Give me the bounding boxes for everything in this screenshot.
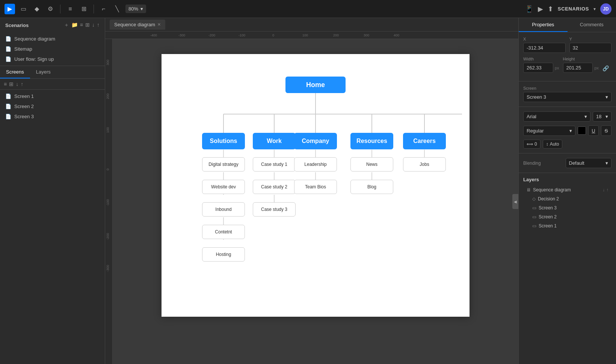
blending-dropdown[interactable]: Default ▾ (566, 158, 612, 168)
tab-screens[interactable]: Screens (0, 66, 30, 78)
props-x-group: X (523, 37, 566, 53)
screen-list: 📄 Screen 1 📄 Screen 2 📄 Screen 3 (0, 90, 105, 364)
add-icon[interactable]: ＋ (64, 22, 69, 29)
layer-item-screen3[interactable]: ▭ Screen 3 (523, 203, 611, 212)
file-icon-userflow: 📄 (5, 56, 11, 62)
props-x-input[interactable] (523, 43, 566, 53)
screen-icon-2: 📄 (5, 104, 11, 109)
screen-item-1[interactable]: 📄 Screen 1 (0, 91, 105, 101)
props-font-chevron: ▾ (584, 114, 587, 119)
props-screen-chevron: ▾ (605, 94, 608, 100)
screen-item-3[interactable]: 📄 Screen 3 (0, 111, 105, 122)
close-tab-icon[interactable]: ✕ (157, 22, 161, 27)
blending-label: Blending (523, 161, 563, 166)
props-screen-section: Screen Screen 3 ▾ (519, 81, 616, 107)
svg-text:300: 300 (106, 60, 110, 65)
svg-text:-400: -400 (150, 33, 157, 37)
node-resources: Resources (350, 133, 393, 149)
grid-icon[interactable]: ⊞ (85, 22, 90, 29)
props-w-label: Width (523, 57, 559, 61)
props-font-label: Arial (527, 114, 536, 119)
props-font-select[interactable]: Arial ▾ (523, 111, 590, 122)
blending-row: Blending Default ▾ (523, 158, 611, 168)
zoom-control[interactable]: 80% ▾ (125, 5, 146, 13)
node-hosting-label: Hosting (216, 252, 231, 257)
props-screen-dropdown[interactable]: Screen 3 ▾ (523, 92, 611, 102)
node-blog-label: Blog (367, 184, 376, 190)
frame-tool[interactable]: ▭ (18, 4, 29, 14)
link-ratio-btn[interactable]: 🔗 (602, 57, 611, 73)
tab-layers[interactable]: Layers (30, 66, 57, 78)
blending-value: Default (569, 160, 584, 166)
play-icon[interactable]: ▶ (538, 5, 543, 13)
collapse-panel-btn[interactable]: ◀ (512, 194, 518, 209)
screens-sort-up[interactable]: ↑ (21, 81, 23, 87)
share-icon[interactable]: ⬆ (548, 5, 553, 13)
svg-text:0: 0 (272, 33, 274, 37)
blending-chevron: ▾ (605, 160, 608, 166)
strikethrough-btn[interactable]: S (601, 125, 611, 136)
node-company: Company (294, 133, 337, 149)
layer-sort-down-icon[interactable]: ↓ (602, 187, 605, 193)
props-y-input[interactable] (569, 43, 612, 53)
layer-sequence-actions: ↓ ↑ (602, 187, 608, 193)
scenarios-section: Scenarios ＋ 📁 ≡ ⊞ ↓ ↑ 📄 Sequence diagram… (0, 18, 105, 66)
node-teambios: Team Bios (294, 180, 337, 194)
pen-tool[interactable]: ⌐ (98, 4, 109, 14)
svg-text:300: 300 (364, 33, 369, 37)
props-screen-label: Screen (523, 86, 611, 90)
node-cs1: Case study 1 (253, 157, 296, 171)
scenarios-chevron[interactable]: ▾ (593, 6, 596, 12)
mobile-preview-icon[interactable]: 📱 (525, 5, 533, 13)
file-item-sitemap[interactable]: 📄 Sitemap (0, 44, 105, 54)
layers-section: Layers 🖥 Sequence diagram ↓ ↑ ◇ Decision… (519, 173, 616, 364)
char-spacing-icon: ⟺ (527, 141, 533, 147)
screen-item-2[interactable]: 📄 Screen 2 (0, 101, 105, 111)
user-avatar[interactable]: JD (600, 3, 611, 15)
underline-btn[interactable]: U (588, 125, 599, 136)
line-height-control[interactable]: ↕ Auto (543, 140, 563, 149)
layer-item-screen2[interactable]: ▭ Screen 2 (523, 212, 611, 221)
list-icon[interactable]: ≡ (80, 22, 83, 29)
props-x-label: X (523, 37, 566, 41)
sort-down-icon[interactable]: ↓ (92, 22, 95, 29)
canvas-tab-sequence[interactable]: Sequence diagram ✕ (110, 20, 165, 30)
props-h-unit: px (594, 66, 599, 70)
diamond-tool[interactable]: ◆ (32, 4, 42, 14)
props-h-input[interactable] (563, 63, 593, 73)
props-w-input[interactable] (523, 63, 553, 73)
canvas-scroll[interactable]: Home Solutions Digital strategy Website … (113, 39, 518, 364)
layer-sort-up-icon[interactable]: ↑ (606, 187, 608, 193)
line-height-value: Auto (550, 141, 559, 147)
screen-label-1: Screen 1 (14, 93, 34, 99)
canvas-content: 300 200 100 0 -100 -200 -300 ◀ (105, 39, 518, 364)
screens-grid-icon[interactable]: ⊞ (9, 81, 14, 87)
file-item-sequence[interactable]: 📄 Sequence diagram (0, 34, 105, 44)
layer-item-decision2[interactable]: ◇ Decision 2 (523, 194, 611, 203)
font-style-select[interactable]: Regular ▾ (523, 126, 575, 136)
tab-comments[interactable]: Comments (568, 18, 616, 32)
line-tool[interactable]: ╲ (112, 4, 122, 14)
text-tool[interactable]: ≡ (65, 4, 75, 14)
char-spacing-control[interactable]: ⟺ 0 (523, 140, 541, 149)
font-style-value: Regular (527, 128, 544, 134)
folder-icon[interactable]: 📁 (71, 22, 78, 29)
layer-item-sequence-diagram[interactable]: 🖥 Sequence diagram ↓ ↑ (523, 185, 611, 194)
sort-up-icon[interactable]: ↑ (97, 22, 100, 29)
screens-tabs: Screens Layers (0, 66, 105, 79)
node-solutions-label: Solutions (210, 138, 237, 144)
file-item-userflow[interactable]: 📄 User flow: Sign up (0, 54, 105, 64)
svg-text:-100: -100 (106, 199, 110, 206)
canvas-page: Home Solutions Digital strategy Website … (162, 54, 470, 317)
separator-1 (60, 5, 60, 14)
screens-list-icon[interactable]: ≡ (4, 81, 7, 87)
screens-sort-down[interactable]: ↓ (16, 81, 18, 87)
layer-item-screen1[interactable]: ▭ Screen 1 (523, 221, 611, 230)
image-tool[interactable]: ⊞ (79, 4, 89, 14)
select-tool[interactable]: ▶ (5, 4, 15, 14)
color-swatch[interactable] (578, 126, 586, 135)
node-company-label: Company (302, 138, 329, 144)
settings-tool[interactable]: ⚙ (45, 4, 56, 14)
tab-properties[interactable]: Properties (519, 18, 568, 32)
props-font-size[interactable]: 18 ▾ (593, 111, 611, 122)
